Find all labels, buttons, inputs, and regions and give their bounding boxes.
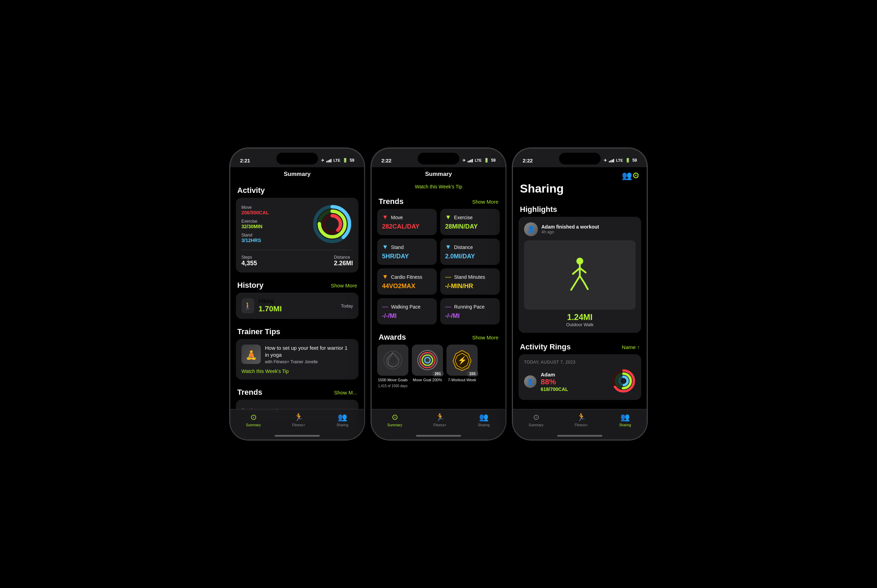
award-200-move: 291 Move Goal 200% [412, 345, 443, 388]
trends-preview-row: Trends Show M... [230, 384, 364, 400]
bar1 [326, 161, 327, 162]
svg-line-23 [584, 283, 588, 289]
summary-icon-3: ⊙ [533, 413, 539, 422]
exercise-metric: Exercise 32/30MIN [242, 219, 269, 229]
tab-fitness-2[interactable]: 🏃 Fitness+ [433, 413, 446, 427]
history-header-row: History Show More [230, 277, 364, 292]
tab-sharing-1[interactable]: 👥 Sharing [336, 413, 348, 427]
history-inner: Hiking 1.70MI Today [258, 298, 353, 314]
distance-label: Distance [334, 255, 353, 260]
highlight-time: 4h ago [541, 230, 599, 234]
battery-pct-1: 59 [350, 158, 354, 163]
trainer-section: Trainer Tips [230, 323, 364, 339]
award-200-name: Move Goal 200% [413, 378, 442, 382]
tab-summary-3[interactable]: ⊙ Summary [529, 413, 544, 427]
award-200-svg [416, 349, 439, 372]
tab-fitness-1[interactable]: 🏃 Fitness+ [292, 413, 305, 427]
history-title: History [237, 281, 264, 290]
steps-distance-row: Steps 4,355 Distance 2.26MI [242, 250, 353, 267]
trend-walk-pace-label: — Walking Pace [382, 303, 432, 310]
highlight-user-row: 👤 Adam finished a workout 4h ago [524, 222, 635, 236]
activity-section: Activity [230, 182, 364, 198]
battery-1: 🔋 [342, 158, 348, 163]
trend-distance-arrow: ▼ [445, 243, 451, 251]
fitness-icon-3: 🏃 [577, 413, 586, 422]
trend-run-pace-label: — Running Pace [445, 303, 495, 310]
trend-cardio-label: ▼ Cardio Fitness [382, 273, 432, 280]
location-icon-3: ✈ [604, 158, 607, 163]
hike-icon: 🚶 [242, 298, 254, 314]
fitness-icon-2: 🏃 [435, 413, 445, 422]
phone-2: 2:22 ✈ LTE 🔋 59 Summary Watch this Week'… [371, 148, 506, 440]
sharing-top-header: 👥⚙ [513, 167, 647, 180]
exercise-label: Exercise [242, 219, 269, 224]
trainer-thumb: 🧘 [242, 345, 261, 364]
scroll-3[interactable]: 👥⚙ Sharing Highlights 👤 Adam finished a … [513, 167, 647, 440]
trend-distance-label: ▼ Distance [445, 243, 495, 251]
dynamic-island-2 [418, 153, 459, 165]
dynamic-island-1 [276, 153, 318, 165]
trends-preview-more[interactable]: Show M... [334, 390, 357, 396]
trainer-subtitle: with Fitness+ Trainer Jonelle [265, 360, 353, 364]
history-card[interactable]: 🚶 Hiking 1.70MI Today [236, 292, 359, 319]
friend-avatar: 👤 [524, 375, 536, 388]
bar2 [328, 160, 329, 162]
friend-name: Adam [541, 372, 568, 378]
tab-sharing-3[interactable]: 👥 Sharing [619, 413, 631, 427]
tab-sharing-2[interactable]: 👥 Sharing [478, 413, 490, 427]
highlight-activity-name: Adam finished a workout [541, 224, 599, 230]
scroll-2[interactable]: Summary Watch this Week's Tip Trends Sho… [372, 167, 505, 440]
trends-header-row: Trends Show More [372, 193, 505, 209]
friend-pct: 88% [541, 378, 568, 387]
trend-walk-pace-arrow: — [382, 303, 388, 310]
trend-stand: ▼ Stand 5HR/DAY [377, 238, 437, 265]
trend-move-value: 282CAL/DAY [382, 223, 432, 230]
svg-line-20 [575, 276, 580, 284]
trend-walk-pace-value: -/-/MI [382, 312, 432, 320]
activity-rings-header-row: Activity Rings Name ↑ [513, 338, 647, 354]
bar2-2 [469, 160, 470, 162]
friends-settings-icon[interactable]: 👥⚙ [622, 171, 640, 180]
trend-cardio-arrow: ▼ [382, 273, 388, 280]
tip-link-2[interactable]: Watch this Week's Tip [372, 182, 505, 193]
walk-person-svg [564, 256, 595, 294]
activity-rings-sort[interactable]: Name ↑ [622, 344, 640, 350]
trend-walk-pace-name: Walking Pace [391, 304, 420, 310]
svg-point-16 [577, 258, 583, 265]
award-7-svg: ⚡ [451, 349, 473, 372]
history-date: Today [341, 303, 353, 309]
trend-run-pace-name: Running Pace [454, 304, 485, 310]
lte-2: LTE [475, 158, 482, 162]
fitness-icon-1: 🏃 [294, 413, 303, 422]
highlight-type: Outdoor Walk [524, 322, 635, 327]
history-show-more[interactable]: Show More [331, 283, 357, 288]
highlight-visual [524, 240, 635, 310]
watch-tip-1[interactable]: Watch this Week's Tip [242, 369, 353, 374]
tab-fitness-3[interactable]: 🏃 Fitness+ [575, 413, 588, 427]
tab-summary-2[interactable]: ⊙ Summary [387, 413, 402, 427]
bar4 [330, 159, 332, 162]
activity-card: Move 206/500CAL Exercise 32/30MIN Stand … [236, 198, 359, 273]
time-3: 2:22 [523, 158, 533, 164]
trainer-text: How to set up your feet for warrior 1 in… [265, 345, 353, 364]
svg-point-7 [386, 354, 399, 366]
trainer-row: 🧘 How to set up your feet for warrior 1 … [242, 345, 353, 364]
trend-exercise-arrow: ▼ [445, 214, 451, 221]
awards-show-more[interactable]: Show More [472, 334, 499, 340]
lte-3: LTE [616, 158, 623, 162]
highlight-stat: 1.24MI Outdoor Walk [524, 312, 635, 327]
svg-text:⚡: ⚡ [457, 356, 467, 365]
battery-2: 🔋 [484, 158, 489, 163]
tab-summary-1[interactable]: ⊙ Summary [246, 413, 261, 427]
signal-bars-3 [609, 158, 614, 162]
award-7-count: 155 [467, 371, 478, 376]
svg-point-8 [389, 356, 397, 364]
trends-show-more[interactable]: Show More [472, 199, 499, 205]
summary-icon-2: ⊙ [392, 413, 398, 422]
bar4-3 [613, 159, 614, 162]
phone-1: 2:21 ✈ LTE 🔋 59 Summary Activity [230, 148, 365, 440]
scroll-1[interactable]: Summary Activity Move 206/500CAL Exercis… [230, 167, 364, 440]
highlight-card: 👤 Adam finished a workout 4h ago [518, 217, 641, 333]
signal-bars-1 [326, 158, 332, 162]
trends-grid: ▼ Move 282CAL/DAY ▼ Exercise 28MIN/DAY [377, 209, 500, 324]
